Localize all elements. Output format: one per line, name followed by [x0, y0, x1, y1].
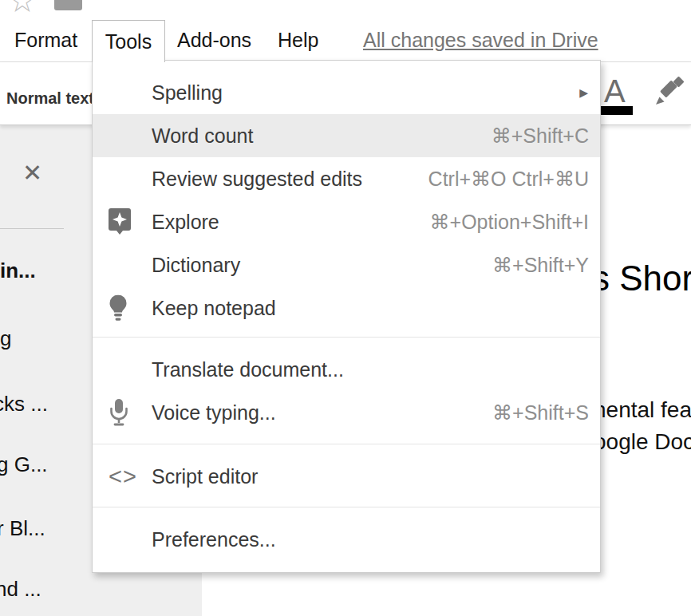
close-icon[interactable]: ✕	[22, 161, 42, 185]
menubar-item-tools[interactable]: Tools	[92, 20, 165, 62]
menu-item-shortcut: ⌘+Shift+S	[492, 401, 600, 424]
menu-item-shortcut: ⌘+Option+Shift+I	[430, 211, 600, 234]
save-status-link[interactable]: All changes saved in Drive	[363, 29, 598, 52]
menubar-item-help[interactable]: Help	[278, 29, 318, 52]
menu-item-explore[interactable]: Explore ⌘+Option+Shift+I	[93, 200, 600, 243]
paint-format-icon[interactable]	[653, 77, 685, 112]
menu-item-translate-document[interactable]: Translate document...	[93, 348, 600, 391]
menu-item-label: Word count	[93, 124, 253, 148]
outline-item[interactable]: cks ...	[0, 392, 48, 417]
menu-item-shortcut: Ctrl+⌘O Ctrl+⌘U	[428, 168, 600, 191]
outline-item[interactable]: g G...	[0, 452, 48, 477]
outline-item[interactable]: in...	[0, 259, 36, 283]
lightbulb-icon	[109, 295, 128, 322]
menu-item-label: Spelling	[93, 81, 223, 105]
submenu-arrow-icon: ▶	[579, 86, 588, 99]
menu-item-spelling[interactable]: Spelling ▶	[93, 71, 600, 114]
tools-label: Tools	[105, 30, 152, 53]
menu-item-voice-typing[interactable]: Voice typing... ⌘+Shift+S	[93, 391, 600, 434]
document-body-line: oogle Doc	[594, 429, 691, 455]
menu-separator	[93, 507, 600, 507]
menu-separator	[93, 444, 600, 444]
menu-item-label: Translate document...	[93, 358, 344, 381]
menu-item-script-editor[interactable]: <> Script editor	[93, 455, 600, 498]
menu-item-label: Preferences...	[93, 528, 276, 551]
menu-item-shortcut: ⌘+Shift+C	[492, 124, 600, 148]
menu-item-word-count[interactable]: Word count ⌘+Shift+C	[93, 114, 600, 157]
document-heading: s Short	[592, 259, 691, 298]
outline-item[interactable]: nd ...	[0, 577, 41, 602]
menu-item-review-suggested-edits[interactable]: Review suggested edits Ctrl+⌘O Ctrl+⌘U	[93, 157, 600, 200]
code-brackets-icon: <>	[109, 465, 137, 488]
menubar-item-addons[interactable]: Add-ons	[177, 29, 251, 52]
outline-divider	[0, 228, 64, 229]
explore-icon	[109, 208, 131, 235]
star-icon[interactable]: ☆	[8, 0, 37, 19]
menu-separator	[93, 337, 600, 338]
menu-item-label: Dictionary	[93, 254, 240, 277]
menu-item-keep-notepad[interactable]: Keep notepad	[93, 286, 600, 330]
document-body-line: nental fea	[594, 397, 691, 423]
menu-item-preferences[interactable]: Preferences...	[93, 518, 600, 561]
menu-item-dictionary[interactable]: Dictionary ⌘+Shift+Y	[93, 243, 600, 286]
outline-item[interactable]: r Bl...	[0, 516, 45, 541]
menubar-item-format[interactable]: Format	[14, 29, 77, 52]
menu-item-label: Review suggested edits	[93, 168, 362, 191]
outline-item[interactable]: g	[0, 326, 11, 351]
text-color-button[interactable]: A	[604, 75, 626, 107]
tools-dropdown-menu: Spelling ▶ Word count ⌘+Shift+C Review s…	[92, 60, 601, 573]
folder-icon[interactable]	[54, 0, 82, 10]
menu-item-shortcut: ⌘+Shift+Y	[492, 254, 600, 277]
paragraph-style-selector[interactable]: Normal text	[6, 89, 94, 108]
microphone-icon	[109, 398, 129, 427]
